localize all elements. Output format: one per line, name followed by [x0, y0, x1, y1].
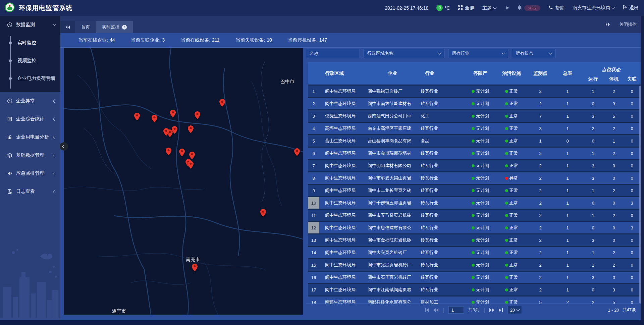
table-row[interactable]: 4高坪生态环境局南充市高坪区王家店建砖瓦行业无计划正常31220 [308, 123, 641, 135]
cell-row-number: 8 [308, 172, 319, 184]
cell-limit-status: 无计划 [465, 135, 496, 147]
cell-stop: 0 [604, 272, 623, 283]
cell-lost: 0 [623, 247, 641, 258]
sidebar-item[interactable]: 基础数据管理 [0, 146, 60, 164]
cell-points: 2 [527, 234, 553, 246]
cell-facility-status: 正常 [496, 197, 527, 209]
cell-lost: 0 [623, 160, 641, 171]
map-pin[interactable] [188, 161, 194, 169]
tab-scroll-right-icon[interactable] [605, 22, 610, 26]
exit-button[interactable]: 退出 [623, 5, 639, 11]
table-row[interactable]: 15阆中生态环境局阆中市光富页岩机砖厂砖瓦行业无计划正常21120 [308, 259, 641, 272]
cell-run: 3 [582, 110, 604, 122]
org-dropdown[interactable]: 南充市生态环境局 [573, 5, 614, 11]
sidebar-subitem[interactable]: 视频监控 [0, 52, 60, 69]
stat-item: 当前停机设备:147 [288, 37, 327, 43]
table-row[interactable]: 13阆中生态环境局阆中市金福旺页岩机砖砖瓦行业无计划正常21300 [308, 234, 641, 247]
cell-meters: 2 [553, 296, 582, 304]
cell-stop: 1 [604, 135, 623, 147]
map-pin[interactable] [294, 148, 300, 156]
table-row[interactable]: 14阆中生态环境局阆中大兴页岩机砖厂砖瓦行业无计划正常21120 [308, 247, 641, 259]
sidebar-item[interactable]: 应急减排管理 [0, 164, 60, 182]
table-row[interactable]: 6阆中生态环境局阆中市金博瑞新型墙材砖瓦行业无计划正常21120 [308, 148, 641, 160]
status-dot-icon [472, 226, 475, 229]
status-dot-icon [505, 239, 508, 242]
theme-dropdown[interactable]: 主题 [482, 5, 496, 11]
map-pin[interactable] [172, 126, 177, 134]
map-pin[interactable] [188, 125, 194, 133]
close-operations-button[interactable]: 关闭操作 [619, 21, 637, 28]
map-pin[interactable] [192, 264, 198, 271]
name-search-input[interactable] [306, 49, 360, 58]
stat-label: 当前失联设备: [235, 37, 265, 43]
cell-lost: 3 [623, 222, 641, 233]
sidebar-item[interactable]: 日志查看 [0, 182, 60, 201]
last-page-icon[interactable] [499, 308, 503, 312]
speaker-icon[interactable] [504, 6, 509, 10]
table-row[interactable]: 10阆中生态环境局阆中千佛镇五郎垭页岩砖瓦行业无计划正常21003 [308, 197, 641, 210]
status-dot-icon [505, 102, 508, 105]
page-scrollbar-track[interactable] [641, 16, 644, 325]
region-select[interactable]: 行政区域名称 [364, 49, 444, 58]
temperature-badge: 0 [436, 5, 443, 11]
table-row[interactable]: 3仪陇生态环境局西南油气田分公司川中化工无计划正常71350 [308, 110, 641, 123]
sidebar-subitem[interactable]: 实时监控 [0, 34, 60, 52]
map-pin[interactable] [219, 99, 225, 107]
cell-row-number: 4 [308, 123, 319, 134]
table-header: 行政区域 企业 行业 停限产 治污设施 监测点 总表 点位状态 运行 停机 失联 [308, 62, 641, 86]
map-pin[interactable] [134, 113, 140, 120]
sidebar-item[interactable]: 数据监测 [0, 16, 60, 34]
page-size-select[interactable]: 20 [507, 306, 522, 314]
map-pin[interactable] [179, 149, 185, 156]
map-pin[interactable] [166, 148, 171, 155]
stat-item: 当前失联企业:3 [131, 37, 165, 43]
cell-meters: 1 [553, 86, 582, 97]
table-row[interactable]: 18南部生态环境局南部县砖化水泥有限公建材加工无计划正常52250 [308, 296, 641, 304]
cell-limit-status: 无计划 [465, 98, 496, 109]
next-page-icon[interactable] [489, 308, 494, 312]
sidebar-item[interactable]: 企业综合统计 [0, 110, 60, 128]
cell-lost: 0 [623, 135, 641, 147]
tab-close-icon[interactable]: × [122, 25, 127, 30]
cell-industry: 砖瓦行业 [419, 172, 465, 184]
help-button[interactable]: 帮助 [548, 5, 565, 11]
tab-scroll-left-icon[interactable] [60, 21, 75, 33]
map-pin[interactable] [170, 110, 176, 117]
table-row[interactable]: 9阆中生态环境局阆中市二龙长宝页岩砖砖瓦行业无计划正常21120 [308, 185, 641, 197]
map-panel[interactable]: 巴中市南充市遂宁市 [64, 48, 303, 315]
col-stop: 停机 [604, 73, 623, 85]
cell-run: 0 [582, 135, 604, 147]
fullscreen-button[interactable]: 全屏 [458, 5, 474, 11]
map-pin[interactable] [260, 209, 266, 217]
table-row[interactable]: 12阆中生态环境局阆中市忠信建材有限公砖瓦行业无计划正常21003 [308, 222, 641, 234]
map-pin[interactable] [152, 115, 157, 122]
cell-run: 0 [582, 197, 604, 209]
table-row[interactable]: 8阆中生态环境局阆中市枣碧大梁山页岩砖瓦行业无计划异常21300 [308, 172, 641, 185]
map-pin[interactable] [189, 152, 195, 159]
log-icon [7, 189, 13, 194]
sidebar-collapse-button[interactable] [60, 142, 68, 151]
sidebar-item[interactable]: 企业用电量分析 [0, 128, 60, 146]
tab-home[interactable]: 首页 [75, 21, 96, 33]
industry-select[interactable]: 所有行业 [448, 49, 508, 58]
table-row[interactable]: 7阆中生态环境局阆中明阳建材有限公司砖瓦行业无计划正常21300 [308, 160, 641, 172]
map-pin[interactable] [195, 111, 200, 119]
table-row[interactable]: 17阆中生态环境局阆中市江南镇阆南页岩砖瓦行业无计划正常21030 [308, 284, 641, 296]
table-row[interactable]: 2阆中生态环境局阆中市南方节能建材有砖瓦行业无计划正常21030 [308, 98, 641, 110]
notification-bell[interactable]: 2632 [517, 5, 540, 11]
page-input[interactable]: 1 [448, 306, 464, 314]
cell-stop: 2 [604, 123, 623, 134]
first-page-icon[interactable] [425, 308, 429, 312]
map-pin[interactable] [163, 128, 169, 136]
status-select[interactable]: 所有状态 [512, 49, 555, 58]
table-row[interactable]: 16阆中生态环境局阆中市石子页岩机砖厂砖瓦行业无计划正常21300 [308, 272, 641, 284]
tab-realtime-monitor[interactable]: 实时监控 × [96, 21, 133, 33]
cell-run: 0 [582, 222, 604, 233]
datetime: 2021-02-25 17:46:18 [385, 5, 428, 11]
prev-page-icon[interactable] [433, 308, 438, 312]
table-row[interactable]: 11阆中生态环境局阆中市五马桥页岩机砖砖瓦行业无计划正常21120 [308, 210, 641, 222]
sidebar-subitem[interactable]: 企业电力负荷明细 [0, 69, 60, 87]
table-row[interactable]: 1阆中生态环境局阆中强锐页岩砖厂砖瓦行业无计划正常21120 [308, 86, 641, 98]
sidebar-item[interactable]: 企业异常 [0, 92, 60, 110]
table-row[interactable]: 5营山生态环境局营山县润丰肉食品有限食品无计划正常10010 [308, 135, 641, 148]
